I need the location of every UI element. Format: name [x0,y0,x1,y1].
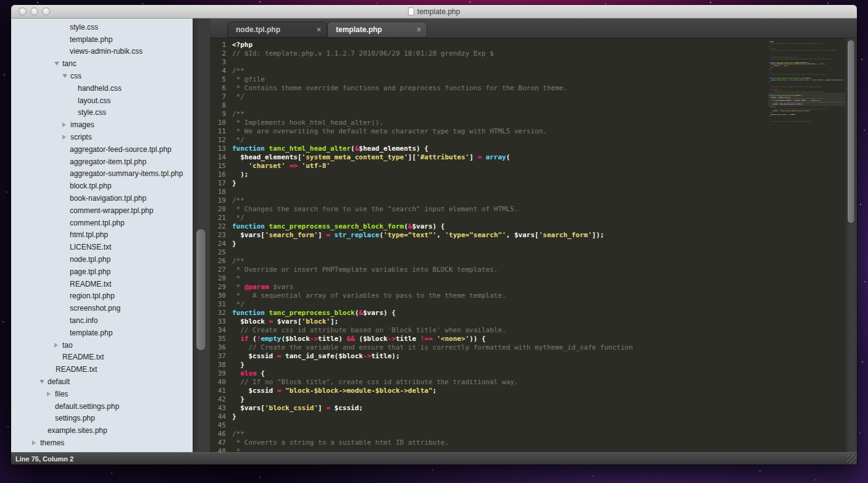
sidebar-item-screenshot-png[interactable]: screenshot.png [11,302,193,314]
code-line: 31 */ [210,300,768,309]
close-window-button[interactable] [19,7,27,15]
minimap[interactable]: <?php// $Id: template.php,v 1.1.2.7 2010… [768,38,845,452]
code-line: 12 */ [210,136,768,145]
sidebar-item-page-tpl-php[interactable]: page.tpl.php [11,266,193,278]
window-resize-grip[interactable] [847,455,856,464]
line-number: 17 [210,179,226,188]
code-line: 14 $head_elements['system_meta_content_t… [210,153,768,162]
disclosure-down-icon[interactable] [62,74,70,78]
cursor-position-status: Line 75, Column 2 [15,455,73,463]
disclosure-right-icon[interactable] [32,440,40,445]
sidebar-item-scripts[interactable]: scripts [11,131,193,143]
code-line: 32function tanc_preprocess_block(&$vars)… [210,309,768,317]
window-titlebar[interactable]: template.php [11,5,857,19]
code-line: 15 'charset' => 'utf-8' [210,162,768,170]
sidebar-item-readme-txt[interactable]: README.txt [11,351,193,364]
code-line: 24} [210,240,768,248]
tab-node-tpl-php[interactable]: node.tpl.php × [227,22,327,38]
code-line: 45 [210,421,768,430]
disclosure-right-icon[interactable] [47,392,55,397]
line-number: 29 [210,283,226,292]
tab-close-icon[interactable]: × [417,25,421,34]
code-line: 22function tanc_preprocess_search_block_… [210,222,768,231]
sidebar-item-default[interactable]: default [11,376,193,388]
code-editor[interactable]: 1<?php2// $Id: template.php,v 1.1.2.7 20… [210,38,768,452]
code-line: 40 // If no "Block title", create css id… [210,378,768,387]
code-line: 4/** [210,67,768,75]
sidebar-item-template-php[interactable]: template.php [11,327,193,339]
line-number: 24 [210,240,226,248]
minimize-window-button[interactable] [30,7,38,15]
code-line: 17} [210,179,768,188]
code-line: 8 [210,101,768,110]
sidebar-item-node-tpl-php[interactable]: node.tpl.php [11,253,193,266]
sidebar-item-style-css[interactable]: style.css [11,107,193,119]
code-line: 38 } [210,361,768,369]
sidebar-item-aggregator-item-tpl-php[interactable]: aggregator-item.tpl.php [11,156,193,168]
sidebar-item-region-tpl-php[interactable]: region.tpl.php [11,290,193,303]
code-line: 28 * [210,274,768,283]
line-number: 16 [210,170,226,179]
code-line: 7 */ [210,93,768,101]
sidebar-item-default-settings-php[interactable]: default.settings.php [11,400,193,413]
file-label: LICENSE.txt [70,243,111,251]
tab-close-icon[interactable]: × [317,25,321,34]
line-number: 39 [210,369,226,378]
file-label: screenshot.png [70,304,120,313]
disclosure-down-icon[interactable] [40,380,48,384]
file-label: files [55,390,68,398]
tab-template-php[interactable]: template.php × [327,22,427,38]
line-number: 20 [210,205,226,214]
sidebar-item-style-css[interactable]: style.css [11,21,193,33]
sidebar-item-themes[interactable]: themes [11,437,193,449]
sidebar-item-tanc-info[interactable]: tanc.info [11,314,193,327]
sidebar-scrollbar-thumb[interactable] [196,229,206,351]
sidebar-item-comment-tpl-php[interactable]: comment.tpl.php [11,217,193,229]
line-number: 19 [210,196,226,205]
sidebar-item-book-navigation-tpl-php[interactable]: book-navigation.tpl.php [11,192,193,204]
sidebar-item-block-tpl-php[interactable]: block.tpl.php [11,180,193,192]
sidebar-item-template-php[interactable]: template.php [11,33,193,46]
window-title: template.php [417,7,460,16]
disclosure-right-icon[interactable] [54,343,62,348]
zoom-window-button[interactable] [42,7,50,15]
sidebar-item-views-admin-rubik-css[interactable]: views-admin-rubik.css [11,46,193,58]
sidebar-item-layout-css[interactable]: layout.css [11,94,193,107]
editor-scrollbar[interactable] [845,38,857,452]
disclosure-right-icon[interactable] [62,122,70,127]
code-line: 25 [210,248,768,257]
editor-scrollbar-thumb[interactable] [847,40,855,224]
file-tree-sidebar[interactable]: style.csstemplate.phpviews-admin-rubik.c… [11,19,193,452]
file-label: template.php [70,329,112,337]
sidebar-item-tanc[interactable]: tanc [11,57,193,70]
sidebar-item-example-sites-php[interactable]: example.sites.php [11,424,193,437]
file-label: default.settings.php [55,402,119,411]
sidebar-item-tao[interactable]: tao [11,339,193,351]
file-label: aggregator-feed-source.tpl.php [70,145,172,154]
sidebar-item-html-tpl-php[interactable]: html.tpl.php [11,229,193,242]
sidebar-scrollbar[interactable] [193,19,210,452]
sidebar-item-handheld-css[interactable]: handheld.css [11,82,193,94]
line-number: 7 [210,93,226,101]
line-number: 41 [210,387,226,395]
sidebar-item-comment-wrapper-tpl-php[interactable]: comment-wrapper.tpl.php [11,204,193,217]
line-number: 8 [210,101,226,110]
file-label: images [70,120,94,129]
sidebar-item-aggregator-summary-items-tpl-php[interactable]: aggregator-summary-items.tpl.php [11,168,193,180]
disclosure-right-icon[interactable] [62,135,70,140]
line-number: 47 [210,439,226,447]
disclosure-down-icon[interactable] [54,62,62,65]
sidebar-item-readme-txt[interactable]: README.txt [11,363,193,376]
sidebar-item-readme-txt[interactable]: README.txt [11,278,193,290]
sidebar-item-files[interactable]: files [11,388,193,400]
sidebar-item-settings-php[interactable]: settings.php [11,413,193,425]
line-number: 26 [210,257,226,266]
sidebar-item-css[interactable]: css [11,70,193,82]
sidebar-item-images[interactable]: images [11,119,193,131]
file-label: scripts [70,133,92,141]
sidebar-item-license-txt[interactable]: LICENSE.txt [11,241,193,253]
code-line: 48 * [210,447,768,452]
code-line: 34 // Create css id attribute based on '… [210,326,768,335]
file-label: tanc.info [70,316,98,325]
sidebar-item-aggregator-feed-source-tpl-php[interactable]: aggregator-feed-source.tpl.php [11,143,193,156]
